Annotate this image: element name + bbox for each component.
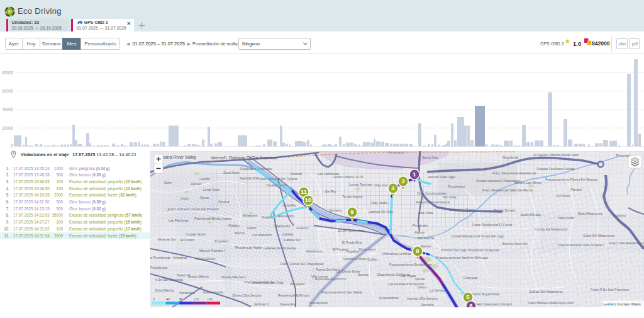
svg-text:Rio Alamar: Rio Alamar [418,236,435,240]
svg-text:Guaycura: Guaycura [464,276,478,280]
svg-text:Aeropuerto: Aeropuerto [388,151,404,154]
svg-text:Alamar: Alamar [414,230,425,234]
svg-text:5: 5 [466,293,470,300]
svg-text:Kennedy: Kennedy [329,208,342,212]
svg-text:Castillo: Castillo [199,177,210,181]
svg-text:Del Rio: Del Rio [325,190,336,193]
svg-text:Libertad: Libertad [290,172,302,176]
svg-text:Fracc Santa Anita Residencial: Fracc Santa Anita Residencial [492,171,536,175]
svg-text:Juárez: Juárez [247,226,257,230]
svg-text:160: 160 [207,297,213,301]
svg-text:México: México [235,231,245,235]
svg-text:6: 6 [469,302,472,307]
svg-text:Ejido Matamoros: Ejido Matamoros [578,212,602,215]
svg-text:Internat'L Gateway Of The Amer: Internat'L Gateway Of The Americas [211,156,277,161]
svg-text:Rincón Dorado: Rincón Dorado [494,208,516,212]
svg-text:El Aguilon (Martha Morán Veliz: El Aguilon (Martha Morán Veliz [534,153,579,157]
svg-text:Hidalgo: Hidalgo [228,224,240,227]
svg-text:Nueva Era: Nueva Era [280,302,296,306]
svg-text:Fraccionamiento Bustamante: Fraccionamiento Bustamante [389,263,432,266]
svg-text:Providencia: Providencia [150,266,167,270]
svg-text:Tomás Aquino: Tomás Aquino [342,195,363,198]
svg-text:Jardín Dorado: Jardín Dorado [520,213,541,217]
svg-text:Fracc Residencial Valle Del Al: Fracc Residencial Valle Del Alamar [482,188,533,192]
svg-text:4: 4 [391,185,395,191]
svg-text:Jardines D: Jardines D [253,302,269,306]
svg-text:El Paraíso: El Paraíso [333,247,348,251]
svg-text:Miramar Sur: Miramar Sur [158,237,176,241]
svg-text:Dimenstein: Dimenstein [359,247,375,251]
svg-text:Rancho Los Olivos: Rancho Los Olivos [514,181,541,185]
svg-text:Patrimonial Benito Juárez: Patrimonial Benito Juárez [194,217,232,220]
svg-text:Campestre Murua: Campestre Murua [448,208,475,212]
svg-text:Artesanal: Artesanal [173,256,187,259]
svg-text:Planicie: Planicie [570,188,582,191]
svg-text:Lomas De Matamoros: Lomas De Matamoros [535,227,567,231]
svg-text:Fracc Mariano Matamoros Infon: Fracc Mariano Matamoros Infon [528,301,574,305]
svg-text:Las Palmeras: Las Palmeras [169,219,189,222]
svg-text:60000: 60000 [2,89,13,93]
svg-text:Fernández: Fernández [413,224,428,227]
svg-text:Nuevo Milenio: Nuevo Milenio [188,275,209,278]
svg-text:Residencial Altalia: Residencial Altalia [235,246,262,249]
svg-text:Zermeño: Zermeño [421,303,434,307]
svg-text:Los Maestros: Los Maestros [252,233,272,237]
svg-text:Huertas 1Ra Sección: Huertas 1Ra Sección [407,297,438,300]
svg-text:120: 120 [193,297,199,301]
svg-text:Internacional: Internacional [309,301,328,305]
svg-text:20000: 20000 [2,126,13,130]
svg-text:Madero: Madero [262,215,273,219]
svg-text:Maestros Universitarios: Maestros Universitarios [416,200,450,204]
svg-text:Niños Héroes: Niños Héroes [196,257,216,261]
svg-text:11: 11 [301,188,308,195]
svg-text:Fraccionamiento Jardines Del L: Fraccionamiento Jardines Del Lago [436,256,488,259]
svg-text:Residencial El Rincón: Residencial El Rincón [278,293,310,297]
svg-text:Fraccionamiento San Sebas: Fraccionamiento San Sebas [321,290,363,294]
svg-text:Colinas Del Matamoros: Colinas Del Matamoros [529,290,563,293]
svg-text:Laderas De Monterrey: Laderas De Monterrey [264,246,296,250]
svg-text:Valle Vista: Valle Vista [418,211,433,215]
svg-text:El Peñón: El Peñón [557,194,570,198]
svg-text:Fraccionamiento Ribera Del Bos: Fraccionamiento Ribera Del Bosque [545,178,597,181]
svg-text:Soler: Soler [164,181,172,185]
svg-text:Linda Vista: Linda Vista [203,188,219,191]
svg-text:Aviación: Aviación [296,226,309,230]
svg-text:Rio Vista: Rio Vista [443,195,457,199]
svg-text:Roma: Roma [200,196,209,200]
svg-text:dencial Vista Lago: dencial Vista Lago [428,175,455,179]
svg-text:Empleados Federales: Empleados Federales [240,167,272,171]
svg-text:Guillén: Guillén [367,258,377,261]
svg-text:El Cortez: El Cortez [180,238,194,242]
svg-text:40: 40 [166,297,170,301]
svg-text:8: 8 [416,247,419,254]
svg-text:Emperadores: Emperadores [379,296,399,300]
svg-text:Miradores: Miradores [243,213,257,217]
svg-text:Nuevo M: Nuevo M [177,273,190,277]
svg-text:Geronimo Meza: Geronimo Meza [343,257,366,261]
svg-text:Los Olivos Norte: Los Olivos Norte [336,270,360,273]
svg-text:Brisa Marina: Brisa Marina [155,288,174,292]
svg-text:Fracc Infonavit Rio Tijuana: Fracc Infonavit Rio Tijuana [258,177,297,181]
svg-text:Progreso: Progreso [214,239,228,243]
svg-text:Unidad Habitacional Torres Del: Unidad Habitacional Torres Del Lago [451,234,504,238]
svg-text:Revolución: Revolución [278,214,294,218]
svg-text:Centro Urbano 70-76: Centro Urbano 70-76 [333,175,364,179]
svg-text:Azcona: Azcona [218,200,229,203]
svg-text:Colas Del Matamoros: Colas Del Matamoros [583,234,614,237]
svg-text:Avenida 2DA: Avenida 2DA [240,176,259,180]
svg-text:Hipódromo: Hipódromo [306,249,322,253]
svg-text:Castro: Castro [417,285,426,289]
svg-text:Fraccionamiento Va: Fraccionamiento Va [245,280,274,284]
svg-text:La Ciénega: La Ciénega [430,288,447,292]
svg-text:Fracc Residencial El Fuerte: Fracc Residencial El Fuerte [472,223,513,227]
svg-text:10: 10 [305,196,312,203]
svg-text:40000: 40000 [2,107,13,111]
svg-text:1: 1 [413,171,416,178]
svg-text:20 De Noviembre: 20 De Noviembre [338,229,364,232]
svg-text:Cubillas: Cubillas [282,232,294,236]
svg-text:Magisterial: Magisterial [502,156,518,159]
svg-text:Fracc Villa Residencial D: Fracc Villa Residencial D [609,241,644,245]
svg-text:Chihuahua La Mesa: Chihuahua La Mesa [382,252,411,256]
svg-text:Sonora: Sonora [358,273,369,276]
svg-text:Ampliación Guaycura: Ampliación Guaycura [468,248,499,252]
